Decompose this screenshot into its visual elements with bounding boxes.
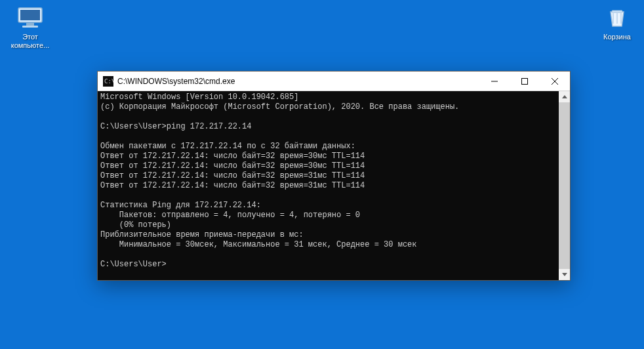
- chevron-up-icon: [562, 95, 567, 98]
- maximize-icon: [521, 78, 528, 85]
- close-button[interactable]: [540, 72, 570, 91]
- cmd-icon: C:\: [103, 76, 113, 87]
- scroll-track[interactable]: [559, 102, 570, 269]
- desktop-icon-recycle-bin-label: Корзина: [592, 33, 642, 41]
- svg-rect-8: [522, 78, 528, 84]
- desktop-icon-recycle-bin[interactable]: Корзина: [592, 7, 642, 41]
- close-icon: [552, 78, 558, 85]
- scroll-down-button[interactable]: [559, 269, 570, 280]
- svg-rect-2: [26, 23, 34, 26]
- desktop-icon-this-pc[interactable]: Этот компьюте...: [5, 7, 55, 50]
- recycle-bin-icon: [603, 7, 632, 30]
- svg-rect-3: [22, 26, 38, 28]
- titlebar[interactable]: C:\ C:\WINDOWS\system32\cmd.exe: [98, 72, 570, 91]
- vertical-scrollbar[interactable]: [559, 91, 570, 280]
- window-title: C:\WINDOWS\system32\cmd.exe: [117, 77, 479, 86]
- svg-text:C:\: C:\: [104, 78, 113, 85]
- maximize-button[interactable]: [510, 72, 540, 91]
- minimize-button[interactable]: [479, 72, 510, 91]
- svg-rect-1: [20, 10, 40, 20]
- cmd-window: C:\ C:\WINDOWS\system32\cmd.exe Microsof…: [97, 71, 571, 281]
- terminal-output[interactable]: Microsoft Windows [Version 10.0.19042.68…: [98, 91, 559, 280]
- monitor-icon: [16, 7, 45, 30]
- window-controls: [479, 72, 570, 91]
- scroll-thumb[interactable]: [559, 102, 570, 269]
- svg-rect-4: [612, 10, 622, 12]
- chevron-down-icon: [562, 273, 567, 276]
- scroll-up-button[interactable]: [559, 91, 570, 102]
- desktop-icon-this-pc-label: Этот компьюте...: [5, 33, 55, 50]
- minimize-icon: [491, 78, 498, 85]
